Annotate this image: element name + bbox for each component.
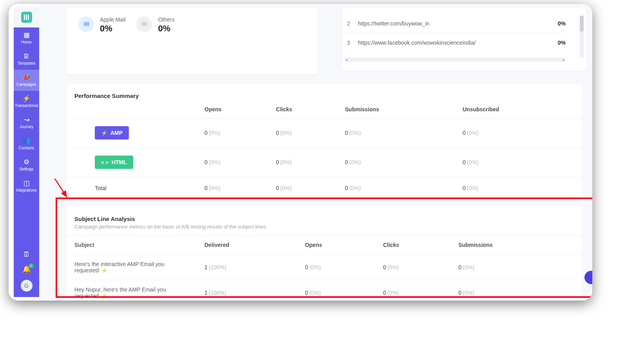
cell: 0(0%) — [340, 118, 458, 148]
people-icon: 👥 — [22, 138, 31, 144]
nav-label: Contacts — [19, 146, 34, 150]
mail-client-card: ✉ Apple Mail 0% ✉ Others 0% — [67, 8, 317, 74]
cell: 0(0%) — [458, 177, 582, 199]
nav-templates[interactable]: 🗎 Templates — [14, 49, 39, 70]
link-pct: 0% — [558, 40, 566, 46]
nav-label: Integrations — [16, 188, 36, 192]
nav-label: Home — [21, 40, 32, 44]
table-row: Total 0(0%) 0(0%) 0(0%) 0(0%) — [67, 177, 582, 199]
bolt-icon: ⚡ — [101, 293, 107, 299]
cell: 0(0%) — [454, 255, 582, 280]
cell: 0(0%) — [378, 280, 454, 301]
logo[interactable] — [14, 7, 39, 27]
horizontal-scrollbar[interactable]: ◂ ▸ — [345, 58, 566, 62]
mail-value: 0% — [100, 24, 125, 34]
scroll-right-icon[interactable]: ▸ — [563, 58, 565, 62]
notif-badge: 1 — [29, 263, 34, 268]
table-row: < >HTML 0(0%) 0(0%) 0(0%) 0(0%) — [67, 148, 582, 177]
subject-table: Subject Delivered Opens Clicks Submissio… — [67, 235, 582, 301]
col-header — [67, 105, 200, 118]
amp-badge: ⚡AMP — [95, 126, 129, 140]
cell: 0(0%) — [271, 177, 340, 199]
mail-value: 0% — [158, 24, 174, 34]
section-title: Subject Line Analysis — [67, 213, 582, 224]
cell: 0(0%) — [300, 255, 378, 280]
document-icon: 🗎 — [23, 53, 30, 60]
megaphone-icon: 📣 — [22, 74, 31, 81]
col-header: Clicks — [271, 105, 340, 118]
link-row[interactable]: 2 https://twitter.com/buywow_in 0% — [342, 14, 566, 33]
links-card: 2 https://twitter.com/buywow_in 0% 3 htt… — [342, 8, 586, 71]
path-icon: ↝ — [24, 116, 29, 123]
app-window: ▦ Home 🗎 Templates 📣 Campaigns ⚡ Transac… — [9, 4, 592, 301]
col-header: Delivered — [200, 236, 300, 255]
cell: 0(0%) — [340, 148, 458, 177]
vertical-scrollbar[interactable] — [580, 16, 584, 58]
cell: 0(0%) — [340, 177, 458, 199]
table-row: Hey Nupur, here's the AMP Email you requ… — [67, 280, 582, 301]
main-content: ✉ Apple Mail 0% ✉ Others 0% — [39, 4, 592, 301]
section-subtitle: Campaign performance metrics on the basi… — [67, 224, 582, 235]
nav-label: Templates — [18, 61, 36, 65]
nav-contacts[interactable]: 👥 Contacts — [14, 133, 39, 154]
subject-cell: Here's the interactive AMP Email you req… — [67, 255, 200, 280]
nav-label: Campaigns — [16, 82, 36, 87]
nav-label: Settings — [19, 167, 33, 171]
cell: 0(0%) — [458, 118, 582, 148]
cell: 0(0%) — [200, 118, 271, 148]
cell: 0(0%) — [378, 255, 454, 280]
nav-label: Journey — [20, 125, 34, 129]
col-header: Unsubscribed — [458, 105, 582, 118]
col-header: Opens — [200, 105, 271, 118]
link-row[interactable]: 3 https://www.facebook.com/wowskinscienc… — [342, 33, 566, 52]
avatar[interactable]: G — [21, 280, 33, 292]
scroll-left-icon[interactable]: ◂ — [346, 58, 347, 62]
nav-integrations[interactable]: ◫ Integrations — [14, 176, 39, 197]
col-header: Opens — [300, 236, 378, 255]
mail-stat-apple: ✉ Apple Mail 0% — [78, 16, 125, 66]
subject-line-analysis-card: Subject Line Analysis Campaign performan… — [67, 206, 582, 301]
col-header: Clicks — [378, 236, 454, 255]
performance-table: Opens Clicks Submissions Unsubscribed ⚡A… — [67, 105, 582, 199]
nav-label: Transactional — [15, 103, 38, 108]
table-row: Here's the interactive AMP Email you req… — [67, 255, 582, 280]
bolt-icon: ⚡ — [101, 268, 107, 274]
cell: 1(100%) — [200, 255, 300, 280]
link-url: https://www.facebook.com/wowskinsciencei… — [355, 40, 558, 46]
cell: 0(0%) — [200, 148, 271, 177]
plug-icon: ◫ — [24, 180, 30, 187]
nav-settings[interactable]: ⚙ Settings — [14, 154, 39, 176]
link-url: https://twitter.com/buywow_in — [355, 20, 558, 27]
total-label: Total — [67, 177, 200, 199]
envelope-icon: ✉ — [78, 16, 94, 32]
nav-home[interactable]: ▦ Home — [14, 27, 39, 49]
code-icon: < > — [101, 159, 109, 165]
grid-icon: ▦ — [24, 32, 30, 38]
nav-transactional[interactable]: ⚡ Transactional — [14, 91, 39, 112]
subject-cell: Hey Nupur, here's the AMP Email you requ… — [67, 280, 200, 301]
cell: 0(0%) — [458, 148, 582, 177]
html-badge: < >HTML — [95, 156, 133, 169]
calendar-icon[interactable]: 🗓 — [23, 250, 30, 259]
link-pct: 0% — [558, 20, 566, 27]
cell: 0(0%) — [271, 148, 340, 177]
gear-icon: ⚙ — [24, 159, 29, 165]
table-row: ⚡AMP 0(0%) 0(0%) 0(0%) 0(0%) — [67, 118, 582, 148]
mail-label: Apple Mail — [100, 16, 125, 23]
nav-journey[interactable]: ↝ Journey — [14, 112, 39, 133]
nav-campaigns[interactable]: 📣 Campaigns — [14, 70, 39, 91]
bolt-icon: ⚡ — [22, 95, 31, 102]
sidebar: ▦ Home 🗎 Templates 📣 Campaigns ⚡ Transac… — [14, 7, 39, 297]
bell-icon[interactable]: 🔔 1 — [22, 265, 31, 274]
link-rank: 2 — [342, 20, 355, 27]
mail-label: Others — [158, 16, 174, 23]
cell: 0(0%) — [271, 118, 340, 148]
col-header: Submissions — [454, 236, 582, 255]
performance-summary-card: Performance Summary Opens Clicks Submiss… — [67, 84, 582, 199]
envelope-icon: ✉ — [136, 16, 152, 32]
bolt-icon: ⚡ — [101, 130, 107, 136]
cell: 0(0%) — [200, 177, 271, 199]
cell: 1(100%) — [200, 280, 300, 301]
col-header: Subject — [67, 236, 200, 255]
cell: 0(0%) — [454, 280, 582, 301]
